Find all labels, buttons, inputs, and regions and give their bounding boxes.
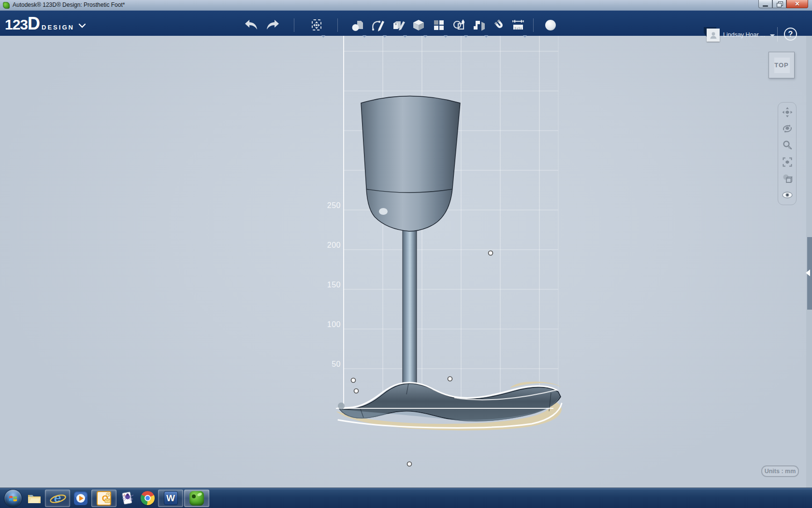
restore-icon [777,1,782,6]
pattern-dropdown-caret[interactable] [444,35,448,38]
modify-dropdown-caret[interactable] [423,35,427,38]
grouping-dropdown-caret[interactable] [464,35,468,38]
flyout-arrow-icon [806,269,810,276]
sketch-tool-button[interactable] [369,15,387,35]
toolbar-separator [337,18,338,32]
taskbar-item-spider-solitaire[interactable]: A [117,490,137,507]
123d-design-icon [189,491,204,506]
taskbar-items: e O [0,488,210,508]
axis-label-50: 50 [312,360,341,369]
outlook-icon: O [97,491,111,506]
grid-plane [0,36,812,488]
window-controls: ✕ [758,0,808,8]
app-menu[interactable]: 123D DESIGN [5,14,86,34]
orbit-icon[interactable] [781,122,794,135]
windows-flag-icon [8,493,18,503]
taskbar-item-123d-design[interactable] [184,490,209,507]
view-cube[interactable]: TOP [768,52,795,78]
app-window-icon [3,2,10,9]
construct-dropdown-caret[interactable] [403,35,407,38]
taskbar: e O [0,488,812,508]
visibility-eye-icon[interactable] [781,189,794,201]
avatar[interactable] [707,29,720,42]
taskbar-item-chrome[interactable] [138,490,157,507]
snap-tool-button[interactable] [491,15,509,35]
construct-tool-button[interactable] [389,15,407,35]
brand-design: DESIGN [42,24,74,31]
start-button[interactable] [4,489,22,508]
taskbar-item-explorer[interactable] [25,490,44,507]
3d-viewport[interactable]: 250 200 150 100 50 [0,36,812,488]
window-titlebar: Autodesk® 123D® Design: Prosthetic Foot* [0,0,812,11]
navigation-toolbar [778,102,797,205]
media-player-icon [73,491,88,506]
folder-icon [27,492,42,505]
app-toolbar: 123D DESIGN [0,11,812,36]
primitives-tool-button[interactable] [348,15,367,35]
transform-dropdown-caret[interactable] [321,35,325,38]
material-tool-button[interactable] [541,15,560,35]
parts-flyout-tab[interactable] [807,237,812,310]
axis-label-250: 250 [312,201,341,210]
brand-123: 123D [5,14,40,34]
user-menu-caret[interactable] [770,34,775,37]
restore-button[interactable] [772,0,786,8]
close-button[interactable]: ✕ [786,0,808,8]
toolbar-separator [533,18,534,32]
person-icon [709,31,718,40]
combine-dropdown-caret[interactable] [484,35,488,38]
measure-dropdown-caret[interactable] [523,35,527,38]
minimize-button[interactable] [758,0,772,8]
units-indicator[interactable]: Units : mm [761,465,799,477]
grouping-tool-button[interactable] [450,15,468,35]
toolbar-separator [777,27,778,42]
axis-label-150: 150 [312,281,341,289]
pattern-tool-button[interactable] [430,15,448,35]
axis-label-100: 100 [312,320,341,329]
account-area: Lindsay Hoar ... ? [677,21,812,46]
taskbar-item-outlook[interactable]: O [91,490,116,507]
material-view-icon[interactable] [781,172,794,185]
modify-tool-button[interactable] [409,15,428,35]
taskbar-item-word[interactable]: W [158,490,183,507]
combine-tool-button[interactable] [470,15,489,35]
minimize-icon [763,5,768,7]
view-cube-label: TOP [774,61,789,69]
help-button[interactable]: ? [784,28,797,41]
pan-icon[interactable] [781,106,794,119]
primitives-dropdown-caret[interactable] [362,35,366,38]
zoom-icon[interactable] [781,139,794,151]
app-menu-chevron-icon [78,23,86,28]
desktop: 250 200 150 100 50 [0,0,812,508]
spider-solitaire-icon: A [120,491,134,506]
redo-button[interactable] [263,15,282,35]
word-icon: W [164,491,178,505]
taskbar-item-media-player[interactable] [71,490,90,507]
chrome-icon [141,491,155,505]
sketch-dropdown-caret[interactable] [383,35,387,38]
window-title: Autodesk® 123D® Design: Prosthetic Foot* [13,1,125,8]
taskbar-item-internet-explorer[interactable]: e [45,490,70,507]
ie-swoosh-icon [49,494,67,504]
axis-label-200: 200 [312,241,341,250]
toolbar-separator [294,18,294,32]
measure-tool-button[interactable] [509,15,527,35]
fit-icon[interactable] [781,156,794,168]
user-menu[interactable]: Lindsay Hoar ... [723,31,766,38]
transform-tool-button[interactable] [307,15,326,35]
undo-button[interactable] [242,15,261,35]
